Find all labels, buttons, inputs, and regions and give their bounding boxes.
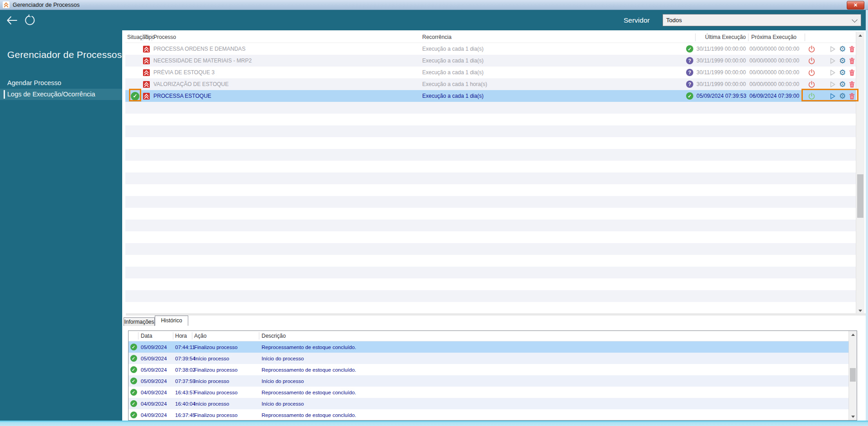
process-name: PROCESSA ESTOQUE <box>152 93 421 99</box>
gear-icon[interactable]: ⚙ <box>838 57 847 65</box>
status-ok-icon <box>130 412 137 418</box>
table-row-processa-ordens[interactable]: PROCESSA ORDENS E DEMANDAS Execução a ca… <box>125 43 856 55</box>
column-header-actions <box>805 34 856 41</box>
status-unknown-icon <box>686 69 693 76</box>
server-dropdown[interactable]: Todos <box>663 14 861 26</box>
power-icon[interactable] <box>808 69 816 77</box>
refresh-button[interactable] <box>24 14 36 26</box>
gear-icon[interactable]: ⚙ <box>838 45 847 53</box>
tab-historico[interactable]: Histórico <box>155 316 188 326</box>
last-execution: 05/09/2024 07:39:53 <box>695 93 748 99</box>
history-row[interactable]: 05/09/2024 07:39:54 Início processo Iníc… <box>129 353 857 364</box>
play-icon[interactable] <box>829 69 836 77</box>
server-label: Servidor <box>624 10 650 30</box>
scrollbar-thumb[interactable] <box>857 174 863 218</box>
status-unknown-icon <box>686 81 693 88</box>
scroll-up-arrow[interactable] <box>856 32 864 39</box>
column-header-descricao[interactable]: Descrição <box>259 333 857 339</box>
trash-icon[interactable] <box>848 81 856 88</box>
recurrence: Execução a cada 1 dia(s) <box>422 57 483 64</box>
server-dropdown-value: Todos <box>666 17 682 24</box>
tab-informacoes[interactable]: Informações <box>124 317 155 326</box>
process-type-icon <box>143 81 150 88</box>
close-icon: ✕ <box>854 2 858 8</box>
history-row[interactable]: 05/09/2024 07:38:02 Finalizou processo R… <box>129 364 857 375</box>
process-name: PROCESSA ORDENS E DEMANDAS <box>152 46 421 52</box>
chevron-down-icon <box>852 17 858 23</box>
trash-icon[interactable] <box>848 57 856 65</box>
next-execution: 00/00/0000 00:00:00 <box>748 46 805 52</box>
gear-icon[interactable]: ⚙ <box>838 81 847 88</box>
status-ok-icon <box>130 344 137 350</box>
table-row-valorizacao-estoque[interactable]: VALORIZAÇÃO DE ESTOQUE Execução a cada 1… <box>125 78 856 90</box>
sidebar: Gerenciador de Processos Agendar Process… <box>0 30 122 421</box>
app-icon <box>3 1 10 8</box>
table-row-previa-estoque[interactable]: PRÉVIA DE ESTOQUE 3 Execução a cada 1 di… <box>125 67 856 78</box>
back-button[interactable] <box>6 14 18 26</box>
history-row[interactable]: 04/09/2024 16:37:45 Finalizou processo R… <box>129 409 857 421</box>
trash-icon[interactable] <box>848 45 856 53</box>
highlight-box-situacao <box>129 89 141 101</box>
selected-indicator <box>4 90 5 99</box>
sidebar-item-label: Agendar Processo <box>7 79 61 86</box>
status-ok-icon <box>130 400 137 407</box>
sidebar-item-agendar-processo[interactable]: Agendar Processo <box>0 77 122 89</box>
play-icon[interactable] <box>829 81 836 88</box>
sidebar-heading: Gerenciador de Processos <box>0 30 122 60</box>
window-title: Gerenciador de Processos <box>13 2 80 8</box>
power-icon[interactable] <box>808 57 816 65</box>
history-header: Data Hora Ação Descrição <box>129 331 857 341</box>
process-type-icon <box>143 57 150 64</box>
column-header-ultima-execucao[interactable]: Última Execução <box>695 34 748 41</box>
sidebar-item-label: Logs de Execução/Ocorrência <box>7 91 95 98</box>
trash-icon[interactable] <box>848 69 856 77</box>
process-name: NECESSIDADE DE MATERIAIS - MRP2 <box>152 57 421 64</box>
empty-rows-stripes <box>125 102 856 313</box>
power-icon[interactable] <box>808 45 816 53</box>
history-scrollbar[interactable] <box>849 331 857 420</box>
history-row[interactable]: 04/09/2024 16:43:57 Finalizou processo R… <box>129 387 857 398</box>
column-header-recorrencia[interactable]: Recorrência <box>421 34 695 40</box>
process-grid-header: Situação Tipo Processo Recorrência Últim… <box>125 32 856 43</box>
column-header-processo[interactable]: Processo <box>152 34 421 40</box>
next-execution: 00/00/0000 00:00:00 <box>748 81 805 87</box>
recurrence: Execução a cada 1 dia(s) <box>422 93 483 99</box>
next-execution: 06/09/2024 07:39:00 <box>748 93 805 99</box>
toolbar: Servidor Todos <box>0 10 868 30</box>
table-row-necessidade-materiais[interactable]: NECESSIDADE DE MATERIAIS - MRP2 Execução… <box>125 55 856 67</box>
status-ok-icon <box>130 355 137 362</box>
history-row[interactable]: 04/09/2024 16:40:04 Início processo Iníc… <box>129 398 857 409</box>
close-button[interactable]: ✕ <box>847 1 864 10</box>
status-ok-icon <box>130 378 137 384</box>
play-icon[interactable] <box>829 45 836 53</box>
next-execution: 00/00/0000 00:00:00 <box>748 69 805 76</box>
play-icon[interactable] <box>829 57 836 65</box>
status-unknown-icon <box>686 57 693 64</box>
scroll-down-arrow[interactable] <box>849 413 857 420</box>
status-ok-icon <box>686 45 693 53</box>
scrollbar-thumb[interactable] <box>850 368 856 382</box>
window-right-border <box>866 10 868 421</box>
column-header-data[interactable]: Data <box>138 332 173 340</box>
scroll-up-arrow[interactable] <box>849 331 857 338</box>
column-header-hora[interactable]: Hora <box>173 332 192 340</box>
column-header-acao[interactable]: Ação <box>192 332 259 340</box>
process-type-icon <box>143 69 150 76</box>
table-row-processa-estoque-selected[interactable]: PROCESSA ESTOQUE Execução a cada 1 dia(s… <box>125 90 856 102</box>
column-header-tipo[interactable]: Tipo <box>143 34 152 41</box>
column-header-situacao[interactable]: Situação <box>125 34 143 41</box>
highlight-box-actions <box>801 89 858 101</box>
process-name: PRÉVIA DE ESTOQUE 3 <box>152 69 421 76</box>
main-grid-scrollbar[interactable] <box>856 32 864 315</box>
last-execution: 30/11/1999 00:00:00 <box>695 69 748 76</box>
history-row[interactable]: 05/09/2024 07:44:11 Finalizou processo R… <box>129 341 857 353</box>
sidebar-item-logs-execucao[interactable]: Logs de Execução/Ocorrência <box>0 89 122 100</box>
history-row[interactable]: 05/09/2024 07:37:59 Início processo Iníc… <box>129 375 857 387</box>
process-manager-window: { "window": { "title": "Gerenciador de P… <box>0 0 868 426</box>
process-name: VALORIZAÇÃO DE ESTOQUE <box>152 81 421 87</box>
column-header-proxima-execucao[interactable]: Próxima Execução <box>748 34 805 41</box>
gear-icon[interactable]: ⚙ <box>838 69 847 77</box>
recurrence: Execução a cada 1 hora(s) <box>422 81 487 87</box>
power-icon[interactable] <box>808 81 816 88</box>
tab-strip-divider <box>126 313 866 316</box>
